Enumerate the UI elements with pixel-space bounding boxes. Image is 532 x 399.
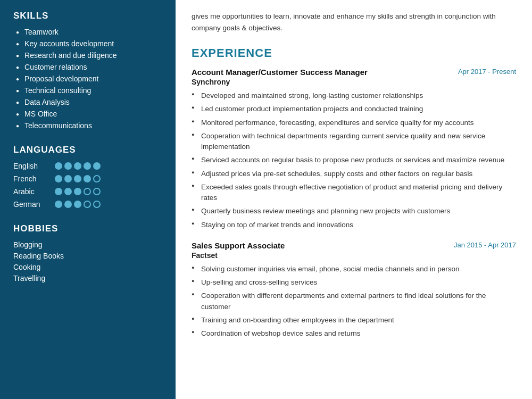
language-name: German [13,200,51,209]
language-name: French [13,174,51,183]
intro-text: gives me opportunities to learn, innovat… [192,11,516,34]
dot-empty [93,175,101,182]
dot-filled [55,175,62,182]
language-dots [55,201,101,208]
duty-item: Serviced accounts on regular basis to pr… [192,155,516,165]
language-row: Arabic [13,187,165,196]
duty-item: Exceeded sales goals through effective n… [192,182,516,204]
job-title: Sales Support Associate [192,241,285,250]
skill-item: Data Analysis [13,98,165,106]
skill-item: Key accounts development [13,39,165,48]
duty-item: Training and on-boarding other employees… [192,315,516,326]
duty-item: Quarterly business review meetings and p… [192,206,516,217]
dot-filled [84,175,91,182]
job-duties: Developed and maintained strong, long-la… [192,90,516,230]
duty-item: Coordination of webshop device sales and… [192,328,516,339]
skills-list: TeamworkKey accounts developmentResearch… [13,28,165,130]
language-dots [55,162,101,170]
dot-empty [84,201,91,208]
dot-empty [93,201,101,208]
language-row: French [13,174,165,183]
job-duties: Solving customer inquiries via email, ph… [192,264,516,339]
hobby-item: Blogging [13,240,165,249]
job-company: Factset [192,251,516,260]
language-row: English [13,162,165,170]
job-header: Account Manager/Customer Success Manager… [192,68,516,77]
dot-empty [93,188,101,195]
languages-title: LANGUAGES [13,145,165,155]
skill-item: Technical consulting [13,86,165,95]
hobby-item: Travelling [13,274,165,282]
hobbies-title: HOBBIES [13,223,165,234]
dot-filled [64,175,72,182]
dot-filled [55,201,62,208]
hobby-item: Reading Books [13,252,165,260]
main-content: gives me opportunities to learn, innovat… [176,0,532,399]
skill-item: Telecommunications [13,121,165,130]
dot-filled [84,162,91,170]
dot-filled [74,175,81,182]
languages-container: EnglishFrenchArabicGerman [13,162,165,209]
job-block: Account Manager/Customer Success Manager… [192,68,516,230]
languages-section: LANGUAGES EnglishFrenchArabicGerman [13,145,165,209]
skill-item: Research and due diligence [13,51,165,60]
job-header: Sales Support AssociateJan 2015 - Apr 20… [192,241,516,250]
job-date: Jan 2015 - Apr 2017 [454,241,516,249]
job-title: Account Manager/Customer Success Manager [192,68,368,77]
dot-filled [64,201,72,208]
duty-item: Solving customer inquiries via email, ph… [192,264,516,275]
skills-section: SKILLS TeamworkKey accounts developmentR… [13,11,165,130]
duty-item: Staying on top of market trends and inno… [192,220,516,230]
dot-filled [55,188,62,195]
language-dots [55,188,101,195]
duty-item: Cooperation with technical departments r… [192,131,516,153]
duty-item: Monitored performance, forecasting, expe… [192,118,516,128]
language-name: Arabic [13,187,51,196]
dot-filled [74,162,81,170]
dot-filled [93,162,101,170]
hobbies-list: BloggingReading BooksCookingTravelling [13,240,165,282]
skill-item: MS Office [13,110,165,118]
dot-filled [74,201,81,208]
resume-container: SKILLS TeamworkKey accounts developmentR… [0,0,532,399]
language-dots [55,175,101,182]
hobbies-section: HOBBIES BloggingReading BooksCookingTrav… [13,223,165,282]
dot-filled [74,188,81,195]
skill-item: Customer relations [13,63,165,71]
job-date: Apr 2017 - Present [458,68,516,76]
dot-empty [84,188,91,195]
duty-item: Up-selling and cross-selling services [192,277,516,288]
skill-item: Proposal development [13,74,165,83]
skill-item: Teamwork [13,28,165,36]
dot-filled [64,162,72,170]
language-row: German [13,200,165,209]
language-name: English [13,162,51,170]
jobs-container: Account Manager/Customer Success Manager… [192,68,516,339]
dot-filled [64,188,72,195]
dot-filled [55,162,62,170]
experience-title: EXPERIENCE [192,46,516,60]
duty-item: Cooperation with different departments a… [192,290,516,312]
job-block: Sales Support AssociateJan 2015 - Apr 20… [192,241,516,339]
duty-item: Adjusted prices via pre-set schedules, s… [192,169,516,179]
skills-title: SKILLS [13,11,165,21]
duty-item: Led customer product implementation proj… [192,104,516,114]
sidebar: SKILLS TeamworkKey accounts developmentR… [0,0,176,399]
hobby-item: Cooking [13,263,165,271]
job-company: Synchrony [192,78,516,86]
duty-item: Developed and maintained strong, long-la… [192,90,516,101]
